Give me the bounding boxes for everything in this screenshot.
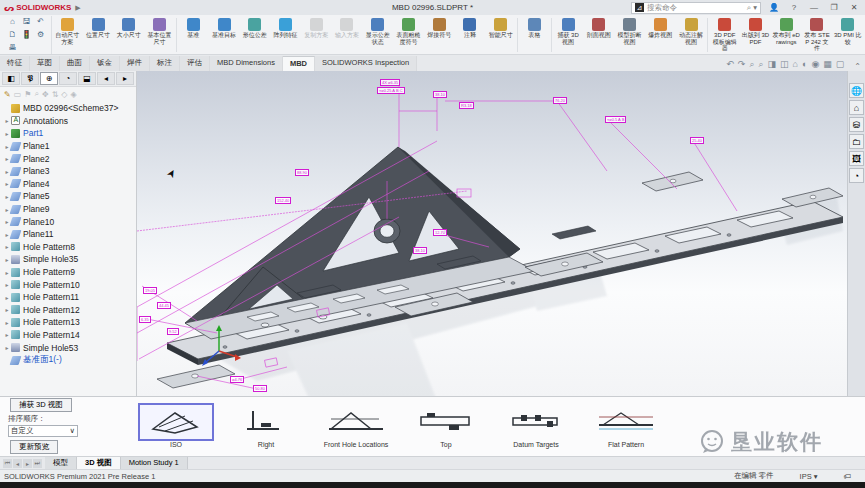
expand-arrow[interactable]: ▸ — [3, 344, 11, 351]
ribbon-button-18[interactable]: 剖面视图 — [583, 16, 614, 54]
dimension-annotation-9[interactable]: 25.40 — [690, 137, 704, 144]
panel-tab-6[interactable]: ◂ — [97, 72, 115, 85]
sort-order-dropdown[interactable]: 自定义 ∨ — [8, 425, 78, 437]
expand-arrow[interactable]: ▸ — [3, 117, 11, 124]
dimension-annotation-13[interactable]: 44.45 — [157, 302, 171, 309]
view-thumbnail-right[interactable]: Right — [230, 405, 302, 449]
panel-tab-7[interactable]: ▸ — [116, 72, 134, 85]
tab-solidworks-inspection[interactable]: SOLIDWORKS Inspection — [315, 56, 417, 71]
solidworks-logo[interactable]: ᔕ SOLIDWORKS — [4, 3, 71, 13]
panel-tab-2[interactable]: 𝕻 — [21, 72, 39, 85]
dimension-annotation-16[interactable]: ⌀4.76 — [230, 376, 244, 383]
tree-item-hole-pattern11[interactable]: ▸Hole Pattern11 — [0, 291, 136, 304]
dimension-annotation-15[interactable]: 9.52 — [167, 328, 179, 335]
tree-item-hole-pattern14[interactable]: ▸Hole Pattern14 — [0, 329, 136, 342]
tree-item-hole-pattern9[interactable]: ▸Hole Pattern9 — [0, 266, 136, 279]
tree-toolbar-icon-3[interactable]: ⚑ — [24, 90, 31, 99]
ribbon-button-17[interactable]: 捕获 3D 视图 — [553, 16, 584, 54]
tree-item-plane2[interactable]: ▸Plane2 — [0, 152, 136, 165]
tree-toolbar-icon-6[interactable]: ⇅ — [52, 90, 59, 99]
command-search-input[interactable]: ⊿ 搜索命令 ⌕ ▾ — [631, 2, 761, 14]
heads-up-icon-9[interactable]: ◉ — [811, 57, 819, 71]
doc-tab-3d-视图[interactable]: 3D 视图 — [77, 457, 121, 469]
tab-标注[interactable]: 标注 — [150, 56, 180, 71]
home-icon[interactable]: ⌂ — [6, 16, 19, 28]
content-central-icon[interactable]: 🌐 — [849, 83, 864, 98]
expand-arrow[interactable]: ▸ — [3, 256, 11, 263]
graphics-viewport[interactable]: 88.90152.404X ⌀6.35⌖⌀0.25 A B C38.10R3.1… — [137, 71, 847, 396]
panel-tab-4[interactable]: ◔ — [59, 72, 77, 85]
rebuild-icon[interactable]: 🚦 — [20, 29, 33, 41]
tab-scroll-buttons[interactable]: ⏮ ◂ ▸ ⏭ — [0, 459, 45, 469]
dimension-annotation-3[interactable]: 4X ⌀6.35 — [380, 79, 400, 86]
tree-item-hole-pattern13[interactable]: ▸Hole Pattern13 — [0, 316, 136, 329]
dimension-annotation-1[interactable]: 88.90 — [295, 169, 309, 176]
options-gear-icon[interactable]: ⚙ — [34, 29, 47, 41]
expand-arrow[interactable]: ▸ — [3, 319, 11, 326]
ribbon-button-3[interactable]: 大小尺寸 — [113, 16, 144, 54]
heads-up-icon-2[interactable]: ↷ — [738, 57, 746, 71]
tree-item-hole-pattern10[interactable]: ▸Hole Pattern10 — [0, 278, 136, 291]
expand-arrow[interactable]: ▸ — [3, 130, 11, 137]
help-icon[interactable]: ? — [787, 3, 801, 12]
dimension-annotation-11[interactable]: 38.10 — [413, 247, 427, 254]
tab-草图[interactable]: 草图 — [30, 56, 60, 71]
tree-item-part1[interactable]: ▸Part1 — [0, 127, 136, 140]
tag-icon[interactable]: 🏷 — [844, 472, 852, 481]
ribbon-button-15[interactable]: 智能尺寸 — [485, 16, 516, 54]
ribbon-button-6[interactable]: 基准目标 — [209, 16, 240, 54]
expand-arrow[interactable]: ▸ — [3, 331, 11, 338]
expand-arrow[interactable]: ▸ — [3, 306, 11, 313]
capture-3d-view-button[interactable]: 捕获 3D 视图 — [10, 398, 72, 412]
expand-arrow[interactable]: ▸ — [3, 281, 11, 288]
tree-item-simple-hole53[interactable]: ▸Simple Hole53 — [0, 341, 136, 354]
3d-model-canvas[interactable] — [137, 71, 847, 396]
dimension-annotation-14[interactable]: 6.35 — [139, 316, 151, 323]
tree-item-plane1[interactable]: ▸Plane1 — [0, 140, 136, 153]
print-icon[interactable]: 🖶 — [6, 42, 19, 54]
ribbon-button-13[interactable]: 焊接符号 — [424, 16, 455, 54]
tab-mbd[interactable]: MBD — [283, 56, 315, 71]
tree-toolbar-icon-1[interactable]: ✎ — [4, 90, 11, 99]
tree-toolbar-icon-4[interactable]: ⌕ — [34, 89, 38, 99]
panel-tab-5[interactable]: ⬓ — [78, 72, 96, 85]
dimension-annotation-5[interactable]: 38.10 — [433, 91, 447, 98]
ribbon-button-24[interactable]: 发布到 eDrawings — [771, 16, 802, 54]
dimension-annotation-17[interactable]: 50.80 — [253, 385, 267, 392]
tree-toolbar-icon-7[interactable]: ◇ — [61, 90, 67, 99]
tab-曲面[interactable]: 曲面 — [60, 56, 90, 71]
view-thumbnail-front-hole-locations[interactable]: Front Hole Locations — [320, 405, 392, 449]
update-preview-button[interactable]: 更新预览 — [10, 440, 58, 454]
tab-焊件[interactable]: 焊件 — [120, 56, 150, 71]
dimension-annotation-12[interactable]: 19.05 — [143, 287, 157, 294]
prev-tab-icon[interactable]: ◂ — [13, 459, 22, 468]
dimension-annotation-2[interactable]: 152.40 — [275, 197, 291, 204]
tree-item-plane3[interactable]: ▸Plane3 — [0, 165, 136, 178]
expand-arrow[interactable]: ▸ — [3, 294, 11, 301]
tree-item-hole-pattern8[interactable]: ▸Hole Pattern8 — [0, 241, 136, 254]
panel-tab-1[interactable]: ◧ — [2, 72, 20, 85]
menu-expand-arrow[interactable]: ▶ — [75, 4, 80, 12]
close-button[interactable]: ✕ — [847, 3, 861, 12]
ribbon-button-16[interactable]: 表格 — [519, 16, 550, 54]
undo-icon[interactable]: ↶ — [34, 16, 47, 28]
ribbon-button-25[interactable]: 发布 STEP 242 文件 — [802, 16, 833, 54]
heads-up-icon-8[interactable]: ◐ — [802, 57, 807, 71]
ribbon-button-7[interactable]: 形位公差 — [239, 16, 270, 54]
ribbon-button-4[interactable]: 基本位置尺寸 — [144, 16, 175, 54]
file-explorer-icon[interactable]: 🗀 — [849, 134, 864, 149]
ribbon-button-5[interactable]: 基准 — [178, 16, 209, 54]
dimension-annotation-4[interactable]: ⌖⌀0.25 A B C — [377, 87, 405, 94]
expand-arrow[interactable]: ▸ — [3, 243, 11, 250]
tree-item-plane11[interactable]: ▸Plane11 — [0, 228, 136, 241]
login-icon[interactable]: 👤 — [767, 3, 781, 12]
tree-item-plane5[interactable]: ▸Plane5 — [0, 190, 136, 203]
dimension-annotation-8[interactable]: ⌖⌀0.5 A B — [605, 116, 626, 123]
tree-item-simple-hole35[interactable]: ▸Simple Hole35 — [0, 253, 136, 266]
heads-up-icon-6[interactable]: ◫ — [780, 57, 789, 71]
ribbon-button-10[interactable]: 输入方案 — [332, 16, 363, 54]
tree-toolbar-icon-8[interactable]: ◈ — [70, 90, 76, 99]
ribbon-button-8[interactable]: 阵列特征 — [270, 16, 301, 54]
doc-tab-motion-study-1[interactable]: Motion Study 1 — [121, 457, 188, 469]
dimension-annotation-6[interactable]: R3.18 — [459, 102, 474, 109]
